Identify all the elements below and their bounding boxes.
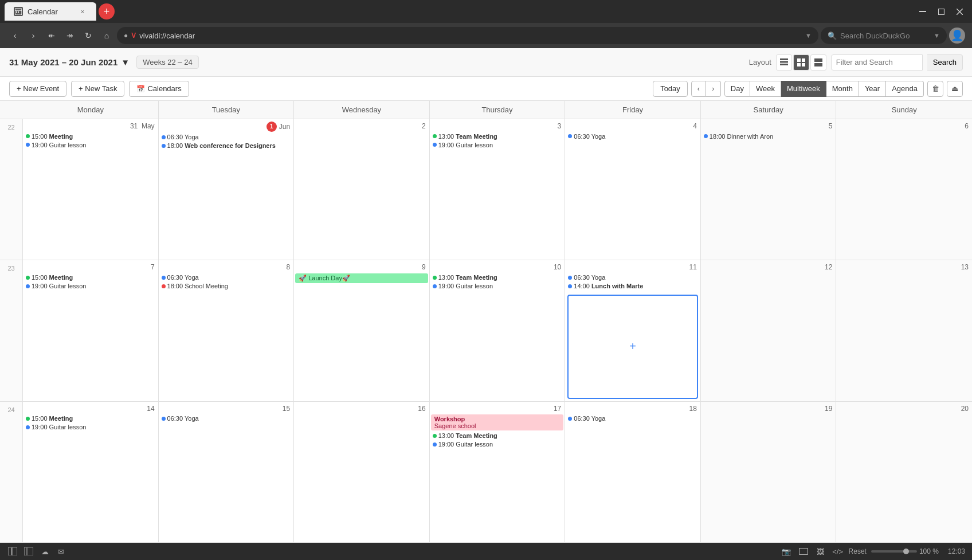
day-cell-4jun[interactable]: 4 06:30 Yoga: [565, 119, 701, 260]
day-cell-20jun[interactable]: 20: [836, 402, 972, 542]
event-yoga[interactable]: 06:30 Yoga: [566, 273, 699, 281]
filter-search-input[interactable]: [831, 54, 923, 71]
day-cell-6jun[interactable]: 6: [836, 119, 972, 260]
event-guitar[interactable]: 19:00 Guitar lesson: [431, 440, 564, 448]
event-guitar[interactable]: 19:00 Guitar lesson: [24, 141, 157, 149]
week-view-button[interactable]: Week: [750, 81, 781, 97]
day-number: 7: [24, 261, 157, 273]
event-yoga[interactable]: 06:30 Yoga: [566, 414, 699, 422]
first-button[interactable]: ↞: [44, 28, 60, 44]
today-button[interactable]: Today: [653, 81, 688, 97]
multiweek-view-button[interactable]: Multiweek: [781, 81, 826, 97]
event-guitar[interactable]: 19:00 Guitar lesson: [24, 282, 157, 290]
event-dot: [162, 144, 166, 148]
event-guitar[interactable]: 19:00 Guitar lesson: [431, 282, 564, 290]
year-view-button[interactable]: Year: [859, 81, 886, 97]
prev-button[interactable]: ‹: [691, 81, 706, 97]
reload-button[interactable]: ↻: [80, 28, 96, 44]
forward-button[interactable]: ›: [25, 28, 41, 44]
minimize-button[interactable]: [915, 3, 931, 19]
event-school[interactable]: 18:00 School Meeting: [160, 282, 293, 290]
zoom-thumb[interactable]: [903, 549, 909, 554]
event-yoga[interactable]: 06:30 Yoga: [160, 414, 293, 422]
tab-close-button[interactable]: ×: [78, 7, 87, 16]
layout-btn-2[interactable]: [793, 54, 809, 71]
new-task-button[interactable]: + New Task: [71, 81, 124, 97]
day-cell-5jun[interactable]: 5 18:00 Dinner with Aron: [701, 119, 837, 260]
restore-button[interactable]: [933, 3, 949, 19]
event-teammeeting[interactable]: 13:00 Team Meeting: [431, 432, 564, 440]
day-cell-9jun[interactable]: 9 🚀 Launch Day🚀: [294, 260, 430, 401]
address-bar[interactable]: ● V vivaldi://calendar ▼: [117, 27, 818, 44]
day-header-saturday: Saturday: [701, 101, 837, 119]
layout-btn-1[interactable]: [776, 54, 792, 71]
event-yoga[interactable]: 06:30 Yoga: [160, 273, 293, 281]
add-event-box[interactable]: +: [567, 295, 698, 398]
window-icon[interactable]: [797, 545, 810, 558]
day-cell-2jun[interactable]: 2: [294, 119, 430, 260]
camera-icon[interactable]: 📷: [780, 545, 793, 558]
date-range[interactable]: 31 May 2021 – 20 Jun 2021 ▼: [9, 57, 130, 67]
day-cell-3jun[interactable]: 3 13:00 Team Meeting 19:00 Guitar lesson: [430, 119, 566, 260]
cloud-icon[interactable]: ☁: [39, 546, 50, 557]
image-icon[interactable]: 🖼: [814, 545, 827, 558]
event-webconf[interactable]: 18:00 Web conference for Designers: [160, 142, 293, 150]
layout-btn-3[interactable]: [810, 54, 826, 71]
event-meeting[interactable]: 15:00 Meeting: [24, 273, 157, 281]
last-button[interactable]: ↠: [62, 28, 78, 44]
day-view-button[interactable]: Day: [724, 81, 750, 97]
delete-icon-button[interactable]: 🗑: [927, 81, 943, 97]
event-guitar[interactable]: 19:00 Guitar lesson: [24, 423, 157, 431]
search-button[interactable]: Search: [927, 54, 963, 71]
day-cell-18jun[interactable]: 18 06:30 Yoga: [565, 402, 701, 542]
day-number: 2: [295, 120, 428, 132]
calendar-tab[interactable]: Calendar ×: [5, 2, 96, 21]
event-dinner[interactable]: 18:00 Dinner with Aron: [702, 132, 835, 140]
home-button[interactable]: ⌂: [99, 28, 115, 44]
day-cell-19jun[interactable]: 19: [701, 402, 837, 542]
day-cell-12jun[interactable]: 12: [701, 260, 837, 401]
event-teammeeting[interactable]: 13:00 Team Meeting: [431, 273, 564, 281]
new-tab-button[interactable]: +: [99, 3, 115, 19]
day-cell-13jun[interactable]: 13: [836, 260, 972, 401]
agenda-view-button[interactable]: Agenda: [886, 81, 924, 97]
close-button[interactable]: [951, 3, 967, 19]
day-number: 4: [566, 120, 699, 132]
workshop-event[interactable]: Workshop Sagene school: [431, 414, 564, 430]
user-avatar[interactable]: 👤: [949, 28, 965, 44]
event-meeting[interactable]: 15:00 Meeting: [24, 132, 157, 140]
address-text: vivaldi://calendar: [139, 32, 195, 40]
day-cell-11jun[interactable]: 11 06:30 Yoga 14:00 Lunch with Marte +: [565, 260, 701, 401]
calendars-button[interactable]: 📅 Calendars: [129, 81, 189, 97]
day-cell-31may[interactable]: 31 May 15:00 Meeting 19:00 Guitar lesson: [23, 119, 159, 260]
month-view-button[interactable]: Month: [826, 81, 859, 97]
launch-day-event[interactable]: 🚀 Launch Day🚀: [295, 273, 428, 283]
event-meeting[interactable]: 15:00 Meeting: [24, 414, 157, 422]
event-yoga[interactable]: 06:30 Yoga: [566, 132, 699, 140]
svg-rect-3: [18, 11, 19, 13]
browser-search-bar[interactable]: 🔍 Search DuckDuckGo ▼: [821, 27, 947, 44]
sidebar-toggle-icon[interactable]: [7, 546, 18, 557]
event-yoga[interactable]: 06:30 Yoga: [160, 133, 293, 141]
code-icon[interactable]: </>: [832, 545, 844, 558]
day-cell-7jun[interactable]: 7 15:00 Meeting 19:00 Guitar lesson: [23, 260, 159, 401]
zoom-slider[interactable]: [871, 550, 917, 553]
next-button[interactable]: ›: [706, 81, 721, 97]
settings-icon-button[interactable]: ⏏: [947, 81, 963, 97]
event-lunch[interactable]: 14:00 Lunch with Marte: [566, 282, 699, 290]
day-number: 20: [837, 403, 971, 415]
day-cell-1jun[interactable]: 1 Jun 06:30 Yoga 18:00 Web conference fo…: [159, 119, 295, 260]
day-cell-10jun[interactable]: 10 13:00 Team Meeting 19:00 Guitar lesso…: [430, 260, 566, 401]
back-button[interactable]: ‹: [7, 28, 23, 44]
mail-icon[interactable]: ✉: [55, 546, 66, 557]
reset-button[interactable]: Reset: [849, 547, 867, 555]
panel-icon[interactable]: [23, 546, 34, 557]
day-cell-15jun[interactable]: 15 06:30 Yoga: [159, 402, 295, 542]
new-event-button[interactable]: + New Event: [9, 81, 66, 97]
day-cell-16jun[interactable]: 16: [294, 402, 430, 542]
day-cell-14jun[interactable]: 14 15:00 Meeting 19:00 Guitar lesson: [23, 402, 159, 542]
event-guitar[interactable]: 19:00 Guitar lesson: [431, 141, 564, 149]
day-cell-17jun[interactable]: 17 Workshop Sagene school 13:00 Team Mee…: [430, 402, 566, 542]
day-cell-8jun[interactable]: 8 06:30 Yoga 18:00 School Meeting: [159, 260, 295, 401]
event-teammeeting[interactable]: 13:00 Team Meeting: [431, 132, 564, 140]
